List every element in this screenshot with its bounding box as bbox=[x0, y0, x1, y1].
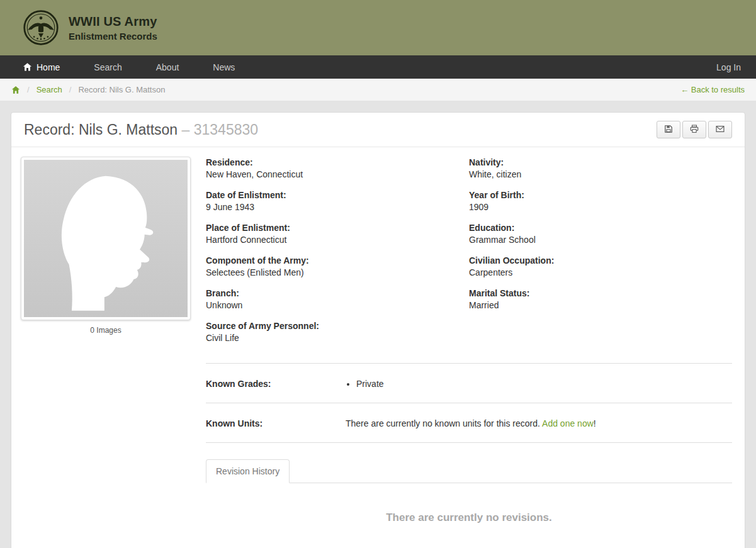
site-header: WWII US Army Enlistment Records bbox=[0, 0, 756, 55]
nav-item-login[interactable]: Log In bbox=[699, 55, 745, 79]
tab-revision-history[interactable]: Revision History bbox=[206, 459, 290, 483]
page-title: Record: Nils G. Mattson – 31345830 bbox=[24, 121, 258, 138]
page-content: Record: Nils G. Mattson – 31345830 bbox=[0, 101, 756, 548]
field-component-of-army: Component of the Army: Selectees (Enlist… bbox=[206, 255, 469, 278]
nav-item-label: Home bbox=[37, 62, 60, 72]
record-fields: Residence: New Haven, Connecticut Date o… bbox=[206, 157, 732, 353]
field-source-of-army-personnel: Source of Army Personnel: Civil Life bbox=[206, 320, 469, 344]
email-button[interactable] bbox=[708, 121, 732, 138]
field-marital-status: Marital Status: Married bbox=[469, 288, 732, 311]
record-number: – 31345830 bbox=[182, 121, 259, 138]
nav-item-about[interactable]: About bbox=[139, 55, 196, 79]
record-fields-left: Residence: New Haven, Connecticut Date o… bbox=[206, 157, 469, 353]
known-grades-list: Private bbox=[346, 379, 384, 389]
field-civilian-occupation: Civilian Occupation: Carpenters bbox=[469, 255, 732, 278]
photo-column: 0 Images bbox=[21, 157, 191, 546]
field-residence: Residence: New Haven, Connecticut bbox=[206, 157, 469, 180]
add-unit-link[interactable]: Add one now bbox=[542, 418, 594, 428]
field-education: Education: Grammar School bbox=[469, 222, 732, 245]
breadcrumb: / Search / Record: Nils G. Mattson bbox=[11, 85, 165, 94]
breadcrumb-bar: / Search / Record: Nils G. Mattson ← Bac… bbox=[0, 79, 756, 101]
breadcrumb-home-icon[interactable] bbox=[11, 86, 20, 94]
image-count-caption: 0 Images bbox=[21, 326, 191, 335]
known-grade-item: Private bbox=[356, 379, 384, 389]
site-title: WWII US Army bbox=[69, 14, 157, 29]
breadcrumb-separator: / bbox=[69, 85, 72, 94]
site-brand: WWII US Army Enlistment Records bbox=[23, 9, 157, 46]
known-grades-label: Known Grades: bbox=[206, 379, 346, 389]
soldier-silhouette-icon bbox=[33, 162, 178, 315]
record-title: Record: Nils G. Mattson bbox=[24, 121, 178, 138]
record-action-buttons bbox=[655, 121, 732, 138]
army-seal-logo-icon bbox=[23, 9, 59, 46]
known-units-label: Known Units: bbox=[206, 418, 346, 428]
print-button[interactable] bbox=[682, 121, 706, 138]
record-card-header: Record: Nils G. Mattson – 31345830 bbox=[11, 113, 745, 147]
field-nativity: Nativity: White, citizen bbox=[469, 157, 732, 180]
no-revisions-message: There are currently no revisions. bbox=[206, 512, 732, 524]
main-nav: Home Search About News Log In bbox=[0, 55, 756, 79]
print-icon bbox=[690, 125, 699, 135]
nav-item-news[interactable]: News bbox=[196, 55, 252, 79]
known-units-row: Known Units: There are currently no know… bbox=[206, 415, 732, 432]
envelope-icon bbox=[716, 125, 725, 135]
known-grades-row: Known Grades: Private bbox=[206, 375, 732, 393]
breadcrumb-current: Record: Nils G. Mattson bbox=[78, 85, 165, 94]
breadcrumb-separator: / bbox=[27, 85, 30, 94]
record-details: Residence: New Haven, Connecticut Date o… bbox=[206, 157, 732, 546]
record-tabs: Revision History bbox=[206, 459, 732, 483]
back-to-results-link[interactable]: ← Back to results bbox=[680, 85, 745, 94]
known-units-message: There are currently no known units for t… bbox=[346, 418, 596, 428]
home-icon bbox=[23, 62, 32, 72]
divider bbox=[206, 403, 732, 403]
field-date-of-enlistment: Date of Enlistment: 9 June 1943 bbox=[206, 189, 469, 213]
nav-item-home[interactable]: Home bbox=[13, 55, 77, 79]
record-card-body: 0 Images Residence: New Haven, Connectic… bbox=[11, 147, 745, 548]
record-photo-placeholder bbox=[21, 157, 191, 320]
record-fields-right: Nativity: White, citizen Year of Birth: … bbox=[469, 157, 732, 353]
save-button[interactable] bbox=[657, 121, 680, 138]
divider bbox=[206, 442, 732, 443]
field-place-of-enlistment: Place of Enlistment: Hartford Connecticu… bbox=[206, 222, 469, 245]
field-branch: Branch: Unknown bbox=[206, 288, 469, 311]
record-card: Record: Nils G. Mattson – 31345830 bbox=[11, 112, 745, 548]
field-year-of-birth: Year of Birth: 1909 bbox=[469, 189, 732, 213]
nav-item-search[interactable]: Search bbox=[77, 55, 138, 79]
save-icon bbox=[664, 125, 673, 135]
breadcrumb-search-link[interactable]: Search bbox=[37, 85, 62, 94]
site-subtitle: Enlistment Records bbox=[69, 31, 157, 42]
divider bbox=[206, 363, 732, 364]
